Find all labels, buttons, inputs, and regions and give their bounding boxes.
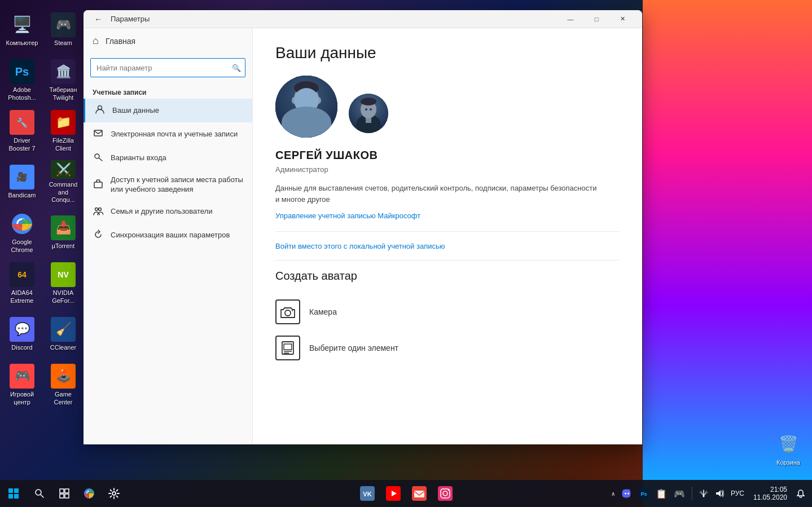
- main-avatar[interactable]: [275, 76, 337, 138]
- family-icon: [93, 206, 104, 218]
- maximize-button[interactable]: □: [583, 10, 609, 28]
- taskbar-chrome[interactable]: [77, 481, 102, 506]
- tray-clock[interactable]: 21:05 11.05.2020: [749, 483, 792, 504]
- aida64-icon: 64: [10, 262, 34, 287]
- sidebar-home-item[interactable]: ⌂ Главная: [84, 28, 252, 54]
- svg-point-27: [361, 98, 376, 105]
- tray-notes[interactable]: 📋: [653, 481, 669, 506]
- start-button[interactable]: [0, 480, 27, 507]
- taskbar-center-apps: VK: [355, 481, 458, 506]
- tray-photoshop[interactable]: Ps: [637, 481, 651, 506]
- email-label: Электронная почта и учетные записи: [111, 130, 238, 139]
- taskbar: VK: [0, 480, 812, 507]
- svg-rect-12: [301, 112, 312, 135]
- home-label: Главная: [106, 37, 135, 46]
- browse-label: Выберите один элемент: [309, 343, 398, 352]
- desktop-icon-utorrent[interactable]: 📥 µTorrent: [44, 209, 82, 257]
- desktop-icon-command[interactable]: ⚔️ Command and Conqu...: [44, 158, 82, 206]
- settings-window: ← Параметры — □ ✕ ⌂ Главная 🔍 Учетные за…: [84, 10, 642, 444]
- desktop-icon-ccleaner[interactable]: 🧹 CCleaner: [44, 310, 82, 358]
- tray-language[interactable]: РУС: [728, 481, 747, 506]
- search-icon: 🔍: [232, 64, 241, 72]
- svg-rect-14: [303, 107, 310, 117]
- taskbar-mail[interactable]: [407, 481, 432, 506]
- desktop-icon-discord[interactable]: 💬 Discord: [3, 310, 41, 358]
- sidebar-item-your-data[interactable]: Ваши данные: [84, 99, 252, 122]
- svg-rect-44: [60, 489, 64, 493]
- tray-discord[interactable]: [620, 481, 634, 506]
- tray-network[interactable]: [697, 481, 710, 506]
- desktop-icon-photoshop[interactable]: Ps Adobe Photosh...: [3, 56, 41, 104]
- desktop-icon-filezilla[interactable]: 📁 FileZilla Client: [44, 107, 82, 155]
- desktop-icon-recycle-bin[interactable]: 🗑️ Корзина: [769, 425, 807, 473]
- user-name: СЕРГЕЙ УШАКОВ: [275, 149, 620, 162]
- secondary-avatar[interactable]: [349, 94, 388, 133]
- desktop-icon-gamecenter[interactable]: 🕹️ Game Center: [44, 361, 82, 409]
- svg-point-51: [112, 492, 116, 495]
- svg-point-18: [317, 97, 321, 104]
- svg-rect-41: [14, 494, 19, 499]
- task-view-button[interactable]: [52, 480, 77, 507]
- taskbar-settings[interactable]: [102, 481, 126, 506]
- sidebar-item-work-access[interactable]: Доступ к учетной записи места работы или…: [84, 170, 252, 200]
- work-access-label: Доступ к учетной записи места работы или…: [111, 175, 243, 195]
- back-button[interactable]: ←: [90, 11, 106, 27]
- ms-account-link[interactable]: Управление учетной записью Майкрософт: [275, 211, 620, 220]
- local-account-link[interactable]: Войти вместо этого с локальной учетной з…: [275, 242, 445, 250]
- window-title: Параметры: [111, 15, 558, 23]
- tray-steam[interactable]: 🎮: [671, 481, 687, 506]
- sidebar-item-email[interactable]: Электронная почта и учетные записи: [84, 122, 252, 146]
- filezilla-icon: 📁: [51, 110, 76, 135]
- camera-option[interactable]: Камера: [275, 294, 620, 330]
- chrome-icon: [10, 211, 34, 236]
- command-label: Command and Conqu...: [46, 181, 80, 204]
- bandicam-label: Bandicam: [8, 192, 36, 199]
- gamecenter-icon: 🕹️: [51, 364, 76, 389]
- gaming-center-icon: 🎮: [10, 364, 34, 389]
- tray-notifications[interactable]: [794, 481, 807, 506]
- desktop-icon-steam[interactable]: 🎮 Steam: [44, 6, 82, 54]
- divider-1: [275, 231, 620, 232]
- mail-icon: [93, 128, 104, 140]
- twilight-icon: 🏛️: [51, 59, 76, 84]
- svg-rect-57: [414, 491, 424, 497]
- taskbar-vk[interactable]: VK: [355, 481, 380, 506]
- taskbar-search-button[interactable]: [27, 480, 52, 507]
- desktop-icon-twilight[interactable]: 🏛️ Тибериан Twilight: [44, 56, 82, 104]
- camera-icon: [275, 299, 300, 324]
- svg-rect-46: [60, 494, 64, 498]
- desktop-icon-nvidia[interactable]: NV NVIDIA GeFor...: [44, 259, 82, 307]
- recycle-bin-icon: 🗑️: [776, 432, 801, 457]
- svg-point-33: [292, 310, 293, 311]
- svg-marker-67: [716, 490, 721, 497]
- svg-rect-6: [94, 182, 102, 188]
- desktop-icon-bandicam[interactable]: 🎥 Bandicam: [3, 158, 41, 206]
- twilight-label: Тибериан Twilight: [46, 86, 80, 101]
- sidebar-item-sync[interactable]: Синхронизация ваших параметров: [84, 224, 252, 248]
- title-bar: ← Параметры — □ ✕: [84, 10, 642, 28]
- svg-point-61: [447, 490, 449, 491]
- svg-point-8: [99, 208, 102, 210]
- desktop-icon-aida64[interactable]: 64 AIDA64 Extreme: [3, 259, 41, 307]
- sidebar-item-sign-in[interactable]: Варианты входа: [84, 146, 252, 170]
- browse-option[interactable]: Выберите один элемент: [275, 330, 620, 366]
- recycle-bin-label: Корзина: [776, 459, 800, 466]
- desktop-icon-gaming-center[interactable]: 🎮 Игровой центр: [3, 361, 41, 409]
- tray-show-hidden[interactable]: ∧: [609, 481, 617, 506]
- ccleaner-icon: 🧹: [51, 317, 76, 342]
- close-button[interactable]: ✕: [609, 10, 635, 28]
- avatar-image-main: [275, 76, 337, 138]
- desktop-icon-computer[interactable]: 🖥️ Компьютер: [3, 6, 41, 54]
- tray-volume[interactable]: [713, 481, 726, 506]
- desktop-icon-driver-booster[interactable]: 🔧 Driver Booster 7: [3, 107, 41, 155]
- taskbar-youtube[interactable]: [381, 481, 406, 506]
- accounts-section-title: Учетные записи: [84, 84, 252, 99]
- svg-marker-13: [305, 109, 308, 124]
- minimize-button[interactable]: —: [558, 10, 583, 28]
- taskbar-instagram[interactable]: [433, 481, 458, 506]
- desktop-icon-chrome[interactable]: Google Chrome: [3, 209, 41, 257]
- sidebar-item-family[interactable]: Семья и другие пользователи: [84, 200, 252, 224]
- utorrent-icon: 📥: [51, 215, 76, 240]
- sync-icon: [93, 230, 104, 242]
- search-input[interactable]: [90, 58, 245, 77]
